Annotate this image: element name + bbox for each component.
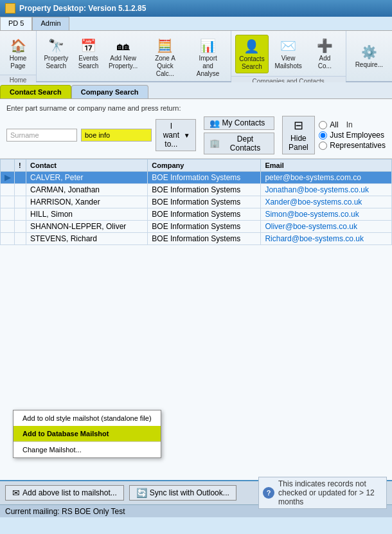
tab-admin[interactable]: Admin [32,17,69,30]
radio-all[interactable] [319,121,327,129]
add-above-list-button[interactable]: ✉ Add above list to mailshot... [5,485,124,501]
row-company: BOE Information Systems [148,184,261,196]
context-menu: Add to old style mailshot (standalone fi… [13,410,161,458]
table-row[interactable]: ▶ CALVER, Peter BOE Information Systems … [1,172,392,184]
help-tooltip: ? This indicates records not checked or … [258,477,387,509]
search-controls: I want to... ▼ 👥 My Contacts 🏢 Dept Cont… [6,116,386,154]
iwant-to-button[interactable]: I want to... ▼ [156,119,196,151]
row-flag [15,208,26,221]
ribbon-group-properties: 🔭 PropertySearch 📅 EventsSearch 🏘 Add Ne… [37,31,231,81]
row-indicator [1,233,15,245]
radio-panel: All In Just Employees Representatives [319,120,386,150]
ribbon-btn-contacts-search[interactable]: 👤 ContactsSearch [235,35,269,73]
iwant-to-label: I want to... [161,122,181,149]
row-contact: CARMAN, Jonathan [26,184,148,196]
ribbon-btn-add-co[interactable]: ➕ Add Co... [308,35,342,72]
zone-a-quick-calc-label: Zone AQuick Calc... [148,55,183,78]
table-row[interactable]: HILL, Simon BOE Information Systems Simo… [1,208,392,221]
ribbon-group-contacts: 👤 ContactsSearch ✉️ ViewMailshots ➕ Add … [231,31,346,81]
ribbon-btn-property-search[interactable]: 🔭 PropertySearch [40,35,72,72]
radio-just-employees-label: Just Employees [330,131,384,140]
contacts-search-label: ContactsSearch [239,55,264,71]
add-above-list-label: Add above list to mailshot... [22,488,117,497]
surname-input[interactable] [6,129,77,142]
row-email: Oliver@boe-systems.co.uk [261,221,392,233]
radio-all-label: All [330,120,338,129]
row-company: BOE Information Systems [148,208,261,221]
context-menu-item-database[interactable]: Add to Database Mailshot [13,426,161,441]
row-indicator: ▶ [1,172,15,184]
radio-representatives[interactable] [319,142,327,150]
my-contacts-button[interactable]: 👥 My Contacts [204,116,274,130]
help-icon: ? [263,487,274,499]
row-indicator [1,196,15,208]
table-row[interactable]: CARMAN, Jonathan BOE Information Systems… [1,184,392,196]
context-menu-item-change[interactable]: Change Mailshot... [13,441,161,457]
zone-a-quick-calc-icon: 🧮 [155,37,175,55]
ribbon-btn-events-search[interactable]: 📅 EventsSearch [75,35,103,72]
table-header-row: ! Contact Company Email [1,160,392,172]
row-flag [15,233,26,245]
row-contact: HILL, Simon [26,208,148,221]
row-email: Jonathan@boe-systems.co.uk [261,184,392,196]
row-indicator [1,208,15,221]
hide-panel-label: Hide Panel [287,134,311,152]
search-value-input[interactable] [81,129,152,142]
ribbon-btn-view-mailshots[interactable]: ✉️ ViewMailshots [271,35,305,72]
events-search-label: EventsSearch [78,55,99,70]
requires-label: Require... [355,61,383,69]
search-area: Enter part surname or company name and p… [0,99,392,159]
radio-representatives-row: Representatives [319,141,386,150]
add-new-property-label: Add NewProperty... [109,55,138,70]
row-contact: STEVENS, Richard [26,233,148,245]
ribbon: 🏠 HomePage Home 🔭 PropertySearch 📅 Event… [0,31,392,82]
tab-pd5[interactable]: PD 5 [0,17,32,30]
add-co-label: Add Co... [312,55,338,70]
dept-contacts-button[interactable]: 🏢 Dept Contacts [204,133,274,154]
status-text: Current mailing: RS BOE Only Test [5,507,125,516]
col-flag: ! [15,160,26,172]
radio-just-employees-row: Just Employees [319,131,386,140]
contacts-panel: 👥 My Contacts 🏢 Dept Contacts [204,116,274,154]
sync-list-label: Sync list with Outlook... [150,488,229,497]
row-email: peter@boe-systems.com.co [261,172,392,184]
search-tabs: Contact Search Company Search [0,82,392,99]
sync-list-icon: 🔄 [136,488,147,498]
help-text: This indicates records not checked or up… [278,479,382,506]
ribbon-group-home: 🏠 HomePage Home [0,31,37,81]
my-contacts-label: My Contacts [222,118,265,127]
row-contact: SHANNON-LEPPER, Oliver [26,221,148,233]
ribbon-btn-zone-a-quick-calc[interactable]: 🧮 Zone AQuick Calc... [144,35,187,80]
add-co-icon: ➕ [314,37,335,55]
ribbon-btn-home-page[interactable]: 🏠 HomePage [4,35,32,72]
row-flag [15,221,26,233]
hide-panel-button[interactable]: ⊟ Hide Panel [282,116,316,154]
property-search-icon: 🔭 [46,37,66,55]
view-mailshots-icon: ✉️ [278,37,299,55]
table-row[interactable]: STEVENS, Richard BOE Information Systems… [1,233,392,245]
row-company: BOE Information Systems [148,196,261,208]
col-company: Company [148,160,261,172]
table-row[interactable]: HARRISON, Xander BOE Information Systems… [1,196,392,208]
requires-icon: ⚙️ [359,43,379,61]
radio-just-employees[interactable] [319,131,327,140]
import-analyse-icon: 📊 [198,37,218,55]
context-menu-item-old-style[interactable]: Add to old style mailshot (standalone fi… [13,410,161,426]
row-email: Simon@boe-systems.co.uk [261,208,392,221]
property-search-label: PropertySearch [44,55,68,70]
row-company: BOE Information Systems [148,233,261,245]
import-analyse-label: Import andAnalyse [193,55,222,78]
ribbon-btn-add-new-property[interactable]: 🏘 Add NewProperty... [105,35,141,72]
col-contact: Contact [26,160,148,172]
ribbon-btn-requires[interactable]: ⚙️ Require... [352,41,387,71]
results-table: ! Contact Company Email ▶ CALVER, Peter … [0,159,392,245]
table-row[interactable]: SHANNON-LEPPER, Oliver BOE Information S… [1,221,392,233]
tab-company-search[interactable]: Company Search [71,85,148,98]
row-flag [15,184,26,196]
sync-list-button[interactable]: 🔄 Sync list with Outlook... [129,485,236,501]
row-indicator [1,221,15,233]
ribbon-btn-import-analyse[interactable]: 📊 Import andAnalyse [189,35,226,80]
row-indicator [1,184,15,196]
tab-contact-search[interactable]: Contact Search [0,85,71,98]
search-hint: Enter part surname or company name and p… [6,104,386,112]
